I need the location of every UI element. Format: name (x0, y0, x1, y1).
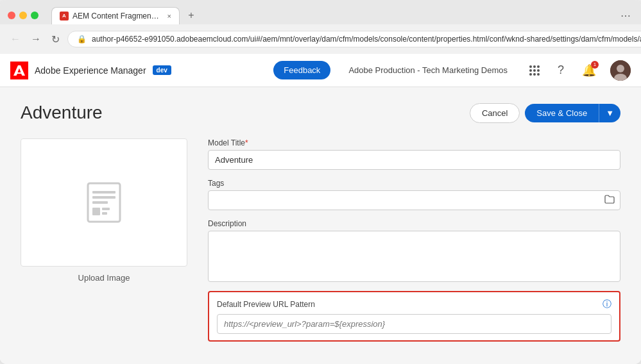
page-title: Adventure (21, 103, 103, 123)
preview-url-input[interactable] (217, 314, 611, 334)
document-placeholder-icon (78, 177, 130, 228)
traffic-lights (8, 12, 38, 19)
form-area: Upload Image Model Title* Tags (0, 133, 641, 362)
model-title-input[interactable] (208, 150, 620, 170)
grid-icon (529, 65, 540, 76)
dev-badge: dev (153, 65, 171, 75)
maximize-window-button[interactable] (31, 12, 38, 19)
apps-grid-button[interactable] (526, 62, 543, 79)
page-content: Adventure Cancel Save & Close ▼ (0, 87, 641, 364)
preview-url-header: Default Preview URL Pattern ⓘ (217, 299, 611, 310)
url-text: author-p46652-e991050.adobeaemcloud.com/… (92, 35, 641, 44)
window-controls-right: ⋯ (620, 10, 633, 22)
svg-point-1 (617, 65, 624, 72)
preview-url-section: Default Preview URL Pattern ⓘ (208, 291, 620, 342)
org-name-text: Adobe Production - Tech Marketing Demos (348, 65, 508, 75)
description-input[interactable] (208, 231, 620, 282)
page-header: Adventure Cancel Save & Close ▼ (0, 87, 641, 133)
svg-rect-6 (92, 201, 108, 204)
back-button[interactable]: ← (8, 31, 23, 47)
tab-bar: A AEM Content Fragment Mode... × + (51, 6, 331, 24)
info-icon[interactable]: ⓘ (603, 299, 611, 310)
tab-close-button[interactable]: × (167, 12, 171, 20)
model-title-label: Model Title* (208, 138, 620, 147)
active-tab[interactable]: A AEM Content Fragment Mode... × (51, 7, 180, 24)
svg-rect-8 (102, 208, 110, 210)
browser-window: A AEM Content Fragment Mode... × + ⋯ ← →… (0, 0, 641, 364)
description-group: Description (208, 219, 620, 282)
app-title-text: Adobe Experience Manager (35, 65, 146, 76)
image-upload-box[interactable] (21, 138, 187, 267)
folder-icon (604, 195, 615, 204)
lock-icon: 🔒 (77, 35, 87, 44)
svg-rect-7 (92, 208, 100, 215)
required-indicator: * (245, 138, 248, 147)
dropdown-arrow-icon: ▼ (606, 108, 614, 118)
tags-folder-button[interactable] (599, 191, 620, 210)
help-button[interactable]: ? (554, 60, 568, 81)
notification-count: 1 (591, 61, 599, 69)
tags-group: Tags (208, 179, 620, 210)
description-label: Description (208, 219, 620, 228)
tab-favicon: A (60, 12, 69, 21)
browser-toolbar: ← → ↻ 🔒 author-p46652-e991050.adobeaemcl… (0, 24, 641, 54)
header-actions: Cancel Save & Close ▼ (470, 103, 620, 123)
browser-titlebar: A AEM Content Fragment Mode... × + ⋯ (0, 0, 641, 24)
app-logo: Adobe Experience Manager dev (10, 62, 171, 79)
minimize-window-button[interactable] (19, 12, 27, 19)
reload-button[interactable]: ↻ (49, 31, 62, 48)
svg-rect-9 (102, 212, 107, 215)
svg-rect-5 (92, 196, 115, 199)
new-tab-button[interactable]: + (182, 6, 200, 24)
notifications-button[interactable]: 🔔 1 (578, 60, 600, 81)
image-upload-section: Upload Image (21, 138, 187, 342)
app-container: Adobe Experience Manager dev Feedback Ad… (0, 54, 641, 364)
tags-input[interactable] (209, 191, 599, 210)
cancel-button[interactable]: Cancel (470, 103, 520, 123)
tags-label: Tags (208, 179, 620, 188)
save-close-dropdown-button[interactable]: ▼ (599, 104, 620, 122)
close-window-button[interactable] (8, 12, 15, 19)
form-fields: Model Title* Tags (208, 138, 620, 342)
address-bar[interactable]: 🔒 author-p46652-e991050.adobeaemcloud.co… (67, 31, 641, 47)
tab-title-text: AEM Content Fragment Mode... (73, 12, 161, 21)
svg-rect-4 (92, 191, 115, 194)
upload-label-text: Upload Image (21, 273, 187, 283)
adobe-logo-icon (10, 62, 28, 79)
forward-button[interactable]: → (28, 31, 44, 47)
browser-controls: A AEM Content Fragment Mode... × + ⋯ (8, 6, 633, 24)
app-navbar: Adobe Experience Manager dev Feedback Ad… (0, 54, 641, 87)
model-title-group: Model Title* (208, 138, 620, 170)
tags-input-wrapper (208, 190, 620, 210)
feedback-button[interactable]: Feedback (273, 61, 330, 79)
user-avatar[interactable] (610, 60, 631, 81)
preview-url-label: Default Preview URL Pattern (217, 300, 315, 309)
save-close-button[interactable]: Save & Close (525, 104, 599, 122)
